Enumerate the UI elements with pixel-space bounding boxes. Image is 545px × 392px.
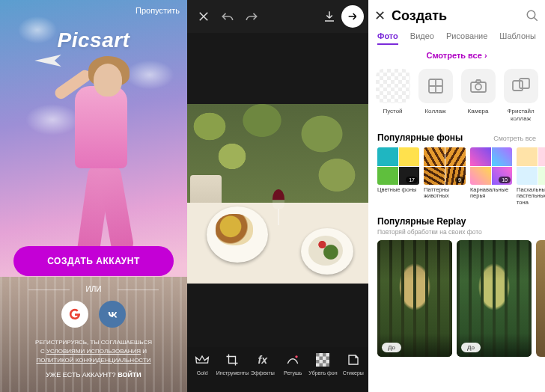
tool-effects[interactable]: fx Эффекты xyxy=(248,352,278,376)
sticker-icon xyxy=(345,352,362,368)
login-row: УЖЕ ЕСТЬ АККАУНТ? ВОЙТИ xyxy=(13,371,174,379)
crop-icon xyxy=(224,352,240,368)
next-button[interactable] xyxy=(341,5,364,28)
replay-section-title: Популярные Replay xyxy=(377,216,466,227)
svg-rect-15 xyxy=(513,81,523,91)
editor-canvas[interactable] xyxy=(187,33,368,347)
bg-card-animal[interactable]: 9 Паттерны животных xyxy=(424,147,467,206)
google-signin-button[interactable] xyxy=(61,301,88,328)
tool-stickers[interactable]: Стикеры xyxy=(338,352,368,376)
onboarding-screen: Пропустить Picsart СОЗДАТЬ АККАУНТ ИЛИ Р… xyxy=(0,0,187,392)
tool-remove-bg[interactable]: Убрать фон xyxy=(308,352,338,376)
edited-photo xyxy=(187,104,368,284)
bg-section-title: Популярные фоны xyxy=(377,132,463,143)
svg-rect-8 xyxy=(323,360,326,364)
search-icon[interactable] xyxy=(526,9,539,22)
tab-photo[interactable]: Фото xyxy=(377,31,398,45)
svg-rect-7 xyxy=(316,360,320,364)
create-account-button[interactable]: СОЗДАТЬ АККАУНТ xyxy=(13,246,174,276)
editor-topbar xyxy=(187,0,368,33)
svg-rect-6 xyxy=(326,357,330,361)
bg-card-colors[interactable]: 17 Цветные фоны xyxy=(377,147,421,206)
tile-empty[interactable]: Пустой xyxy=(373,69,413,122)
freestyle-icon xyxy=(504,69,538,103)
tool-retouch[interactable]: Ретушь xyxy=(278,352,308,376)
collage-icon xyxy=(418,69,453,103)
replay-card[interactable] xyxy=(536,240,545,357)
camera-icon xyxy=(461,69,496,103)
replay-card[interactable]: До xyxy=(457,240,532,357)
login-link[interactable]: ВОЙТИ xyxy=(118,371,141,379)
svg-marker-0 xyxy=(34,55,61,67)
svg-point-1 xyxy=(295,355,297,358)
tab-templates[interactable]: Шаблоны xyxy=(499,31,536,45)
bg-card-carnival[interactable]: 10 Карнавальные перья xyxy=(470,147,514,206)
tab-video[interactable]: Видео xyxy=(410,31,434,45)
tool-gold[interactable]: Gold xyxy=(187,352,217,376)
editor-toolbar: Gold Инструменты fx Эффекты Ретушь Убрат… xyxy=(187,347,368,392)
tab-draw[interactable]: Рисование xyxy=(446,31,487,45)
before-tag: До xyxy=(382,343,401,352)
redo-icon[interactable] xyxy=(240,4,264,28)
retouch-icon xyxy=(284,352,301,368)
before-tag: До xyxy=(461,343,481,352)
close-icon[interactable] xyxy=(192,4,216,28)
tool-crop[interactable]: Инструменты xyxy=(217,352,247,376)
crown-icon xyxy=(194,352,210,368)
replay-card[interactable]: До xyxy=(377,240,452,357)
svg-point-11 xyxy=(527,10,535,19)
editor-screen: Gold Инструменты fx Эффекты Ретушь Убрат… xyxy=(187,0,368,392)
or-divider: ИЛИ xyxy=(13,285,174,293)
skip-link[interactable]: Пропустить xyxy=(136,6,180,15)
tile-camera[interactable]: Камера xyxy=(458,69,499,122)
svg-rect-3 xyxy=(316,353,320,357)
privacy-link[interactable]: ПОЛИТИКОЙ КОНФИДЕНЦИАЛЬНОСТИ xyxy=(36,357,150,364)
svg-rect-5 xyxy=(320,357,323,361)
brand-logo: Picsart xyxy=(0,28,187,52)
see-all-link[interactable]: Смотреть все › xyxy=(368,45,545,69)
replay-subtitle: Повторяй обработки на своих фото xyxy=(368,228,545,240)
svg-rect-16 xyxy=(520,79,529,88)
bg-card-pastel[interactable]: Пасхальные пастельные тона xyxy=(517,147,545,206)
terms-text: РЕГИСТРИРУЯСЬ, ТЫ СОГЛАШАЕШЬСЯ С УСЛОВИЯ… xyxy=(13,338,174,365)
create-tabs: Фото Видео Рисование Шаблоны xyxy=(368,27,545,45)
svg-point-14 xyxy=(475,84,481,90)
download-icon[interactable] xyxy=(317,4,341,28)
tile-freestyle[interactable]: Фристайл коллаж xyxy=(501,69,541,122)
tile-collage[interactable]: Коллаж xyxy=(415,69,456,122)
page-title: Создать xyxy=(392,8,447,24)
empty-canvas-icon xyxy=(376,69,410,103)
terms-link[interactable]: УСЛОВИЯМИ ИСПОЛЬЗОВАНИЯ xyxy=(46,348,141,355)
svg-rect-10 xyxy=(326,364,330,367)
remove-bg-icon xyxy=(314,352,331,368)
replay-strip[interactable]: До До xyxy=(368,240,545,357)
fx-icon: fx xyxy=(255,352,271,368)
vk-signin-button[interactable] xyxy=(99,301,126,328)
paper-plane-icon xyxy=(34,55,62,67)
bg-strip[interactable]: 17 Цветные фоны 9 Паттерны животных 10 К… xyxy=(368,144,545,206)
bg-see-all[interactable]: Смотреть все xyxy=(493,135,536,142)
create-screen: ✕ Создать Фото Видео Рисование Шаблоны С… xyxy=(368,0,545,392)
svg-rect-4 xyxy=(323,353,326,357)
svg-rect-9 xyxy=(320,364,323,367)
close-icon[interactable]: ✕ xyxy=(374,7,386,24)
undo-icon[interactable] xyxy=(216,4,240,28)
